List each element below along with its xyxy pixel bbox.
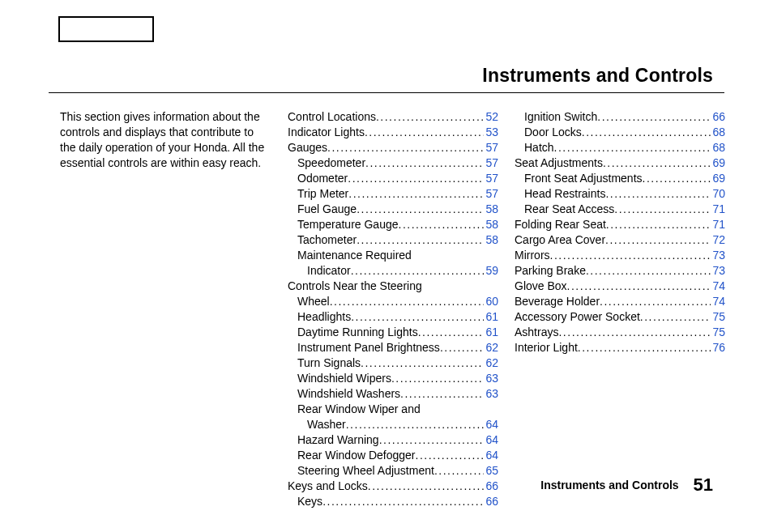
toc-page-link[interactable]: 75 [711, 309, 725, 325]
toc-page-link[interactable]: 73 [711, 248, 725, 263]
toc-leader-dots [640, 309, 711, 325]
toc-label: Beverage Holder [515, 294, 600, 309]
toc-label: Trip Meter [297, 186, 348, 202]
toc-label: Temperature Gauge [297, 217, 399, 232]
toc-label: Gauges [288, 140, 327, 155]
toc-page-link[interactable]: 68 [711, 140, 725, 155]
toc-label: Front Seat Adjustments [524, 171, 643, 186]
toc-entry: Parking Brake73 [515, 263, 725, 279]
toc-entry: Windshield Washers63 [288, 386, 498, 402]
toc-entry: Rear Seat Access71 [515, 202, 725, 217]
toc-page-link[interactable]: 61 [484, 325, 498, 340]
toc-page-link[interactable]: 58 [484, 232, 498, 248]
toc-page-link[interactable]: 62 [484, 340, 498, 355]
toc-page-link[interactable]: 74 [711, 294, 725, 309]
toc-entry: Trip Meter57 [288, 186, 498, 202]
toc-page-link[interactable]: 57 [484, 186, 498, 202]
toc-entry: Beverage Holder74 [515, 294, 725, 309]
toc-page-link[interactable]: 63 [484, 371, 498, 386]
toc-column-2: Ignition Switch66Door Locks68Hatch68Seat… [515, 109, 725, 355]
toc-entry: Interior Light76 [515, 340, 725, 355]
toc-entry: Temperature Gauge58 [288, 217, 498, 232]
toc-label: Wheel [297, 294, 330, 309]
toc-page-link[interactable]: 53 [484, 125, 498, 140]
toc-page-link[interactable]: 62 [484, 355, 498, 371]
toc-entry: Maintenance Required [288, 248, 498, 263]
toc-page-link[interactable]: 58 [484, 217, 498, 232]
toc-page-link[interactable]: 64 [484, 417, 498, 432]
toc-page-link[interactable]: 57 [484, 140, 498, 155]
toc-page-link[interactable]: 72 [711, 232, 725, 248]
toc-page-link[interactable]: 64 [484, 432, 498, 448]
toc-page-link[interactable]: 73 [711, 263, 725, 279]
toc-page-link[interactable]: 69 [711, 155, 725, 171]
toc-page-link[interactable]: 66 [484, 494, 498, 509]
page-title: Instruments and Controls [482, 65, 713, 87]
toc-page-link[interactable]: 61 [484, 309, 498, 325]
toc-leader-dots [368, 479, 485, 494]
toc-leader-dots [614, 202, 711, 217]
toc-leader-dots [399, 217, 485, 232]
toc-label: Steering Wheel Adjustment [297, 463, 434, 479]
toc-page-link[interactable]: 58 [484, 202, 498, 217]
toc-entry: Wheel60 [288, 294, 498, 309]
toc-page-link[interactable]: 75 [711, 325, 725, 340]
toc-entry: Accessory Power Socket75 [515, 309, 725, 325]
toc-label: Indicator [307, 263, 351, 279]
toc-entry: Ignition Switch66 [515, 109, 725, 125]
toc-leader-dots [440, 340, 485, 355]
toc-label: Daytime Running Lights [297, 325, 418, 340]
toc-leader-dots [351, 263, 485, 279]
toc-entry: Indicator59 [288, 263, 498, 279]
toc-entry: Indicator Lights53 [288, 125, 498, 140]
toc-entry: Glove Box74 [515, 279, 725, 294]
toc-leader-dots [582, 125, 711, 140]
toc-page-link[interactable]: 66 [484, 479, 498, 494]
toc-leader-dots [351, 309, 484, 325]
toc-entry: Hazard Warning64 [288, 432, 498, 448]
toc-label: Parking Brake [515, 263, 586, 279]
toc-label: Control Locations [288, 109, 376, 125]
toc-leader-dots [348, 171, 484, 186]
toc-page-link[interactable]: 63 [484, 386, 498, 402]
toc-entry: Hatch68 [515, 140, 725, 155]
toc-label: Ignition Switch [524, 109, 597, 125]
toc-entry: Seat Adjustments69 [515, 155, 725, 171]
toc-page-link[interactable]: 76 [711, 340, 725, 355]
toc-page-link[interactable]: 69 [711, 171, 725, 186]
toc-label: Controls Near the Steering [288, 279, 422, 294]
toc-entry: Washer64 [288, 417, 498, 432]
toc-page-link[interactable]: 70 [711, 186, 725, 202]
toc-entry: Keys66 [288, 494, 498, 509]
toc-page-link[interactable]: 59 [484, 263, 498, 279]
toc-page-link[interactable]: 57 [484, 171, 498, 186]
toc-page-link[interactable]: 65 [484, 463, 498, 479]
toc-leader-dots [567, 279, 711, 294]
page-footer: Instruments and Controls 51 [540, 475, 713, 496]
toc-leader-dots [376, 109, 484, 125]
toc-column-1: Control Locations52Indicator Lights53Gau… [288, 109, 498, 509]
toc-leader-dots [606, 217, 711, 232]
toc-page-link[interactable]: 52 [484, 109, 498, 125]
toc-leader-dots [554, 140, 711, 155]
toc-entry: Fuel Gauge58 [288, 202, 498, 217]
toc-page-link[interactable]: 71 [711, 202, 725, 217]
toc-entry: Door Locks68 [515, 125, 725, 140]
toc-label: Washer [307, 417, 346, 432]
toc-label: Rear Window Wiper and [297, 402, 421, 417]
toc-page-link[interactable]: 57 [484, 155, 498, 171]
toc-leader-dots [600, 294, 711, 309]
toc-page-link[interactable]: 66 [711, 109, 725, 125]
toc-page-link[interactable]: 64 [484, 448, 498, 463]
toc-label: Maintenance Required [297, 248, 412, 263]
toc-entry: Tachometer58 [288, 232, 498, 248]
toc-label: Rear Window Defogger [297, 448, 416, 463]
toc-page-link[interactable]: 60 [484, 294, 498, 309]
toc-label: Hatch [524, 140, 554, 155]
toc-page-link[interactable]: 74 [711, 279, 725, 294]
toc-page-link[interactable]: 71 [711, 217, 725, 232]
toc-entry: Speedometer57 [288, 155, 498, 171]
toc-page-link[interactable]: 68 [711, 125, 725, 140]
toc-label: Interior Light [515, 340, 578, 355]
toc-leader-dots [578, 340, 711, 355]
